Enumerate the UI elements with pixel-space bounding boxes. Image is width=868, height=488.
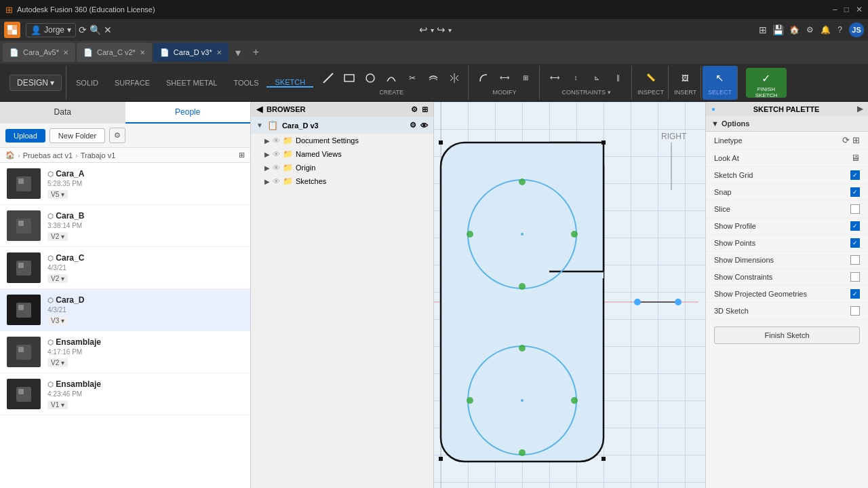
user-section[interactable]: 👤 Jorge ▾ xyxy=(26,23,76,37)
select-tool-button[interactable]: ↖ xyxy=(710,70,729,86)
show-constraints-checkbox[interactable] xyxy=(850,272,860,282)
svg-point-43 xyxy=(467,397,473,404)
show-points-checkbox[interactable]: ✓ xyxy=(850,238,860,248)
file-item-cara_c-2[interactable]: ⬡ Cara_C 4/3/21 V2 ▾ xyxy=(0,247,250,289)
sheet-metal-tab[interactable]: SHEET METAL xyxy=(158,79,225,87)
refresh-button[interactable]: ⟳ xyxy=(79,24,87,35)
look-at-icon[interactable]: 🖥 xyxy=(851,153,860,163)
browser-item-named-views[interactable]: ▶ 👁 📁 Named Views xyxy=(251,147,433,161)
undo-dropdown[interactable]: ▾ xyxy=(431,26,434,34)
data-tab[interactable]: Data xyxy=(0,102,125,124)
tab-close-cara-cv2[interactable]: ✕ xyxy=(140,49,145,56)
break-button[interactable]: ⊞ xyxy=(516,70,535,86)
vertical-constraint-button[interactable]: ↕ xyxy=(566,70,585,86)
insert-image-button[interactable]: 🖼 xyxy=(676,70,695,86)
browser-item-origin[interactable]: ▶ 👁 📁 Origin xyxy=(251,161,433,174)
show-profile-checkbox[interactable]: ✓ xyxy=(850,221,860,231)
file-item-cara_d-3[interactable]: ⬡ Cara_D 4/3/21 V3 ▾ xyxy=(0,289,250,331)
tab-close-cara-dv3[interactable]: ✕ xyxy=(216,49,222,56)
browser-options-icon[interactable]: ⚙ xyxy=(410,121,416,130)
slice-row: Slice xyxy=(706,201,868,218)
new-folder-button[interactable]: New Folder xyxy=(50,128,105,143)
browser-item-sketches[interactable]: ▶ 👁 📁 Sketches xyxy=(251,174,433,188)
line-tool-button[interactable] xyxy=(319,70,338,86)
perpendicular-button[interactable]: ⊾ xyxy=(587,70,606,86)
maximize-button[interactable]: □ xyxy=(844,5,849,14)
file-info: ⬡ Cara_B 3:38:14 PM V2 ▾ xyxy=(47,211,243,241)
show-projected-checkbox[interactable]: ✓ xyxy=(850,289,860,299)
browser-collapse-icon[interactable]: ◀ xyxy=(256,105,262,114)
file-item-ensamblaje-4[interactable]: ⬡ Ensamblaje 4:17:16 PM V2 ▾ xyxy=(0,331,250,373)
close-button[interactable]: ✕ xyxy=(856,5,863,14)
mirror-tool-button[interactable] xyxy=(445,70,464,86)
horizontal-constraint-button[interactable]: ⟷ xyxy=(545,70,564,86)
surface-tab[interactable]: SURFACE xyxy=(106,79,158,87)
file-item-cara_b-1[interactable]: ⬡ Cara_B 3:38:14 PM V2 ▾ xyxy=(0,205,250,247)
search-button[interactable]: 🔍 xyxy=(90,24,101,35)
home-icon[interactable]: 🏠 xyxy=(789,25,800,35)
palette-expand-icon[interactable]: ▶ xyxy=(857,105,863,113)
tab-cara-dv3[interactable]: 📄 Cara_D v3* ✕ xyxy=(153,43,229,62)
notifications-icon[interactable]: 🔔 xyxy=(821,25,831,35)
tools-tab[interactable]: TOOLS xyxy=(225,79,267,87)
sketch-tab[interactable]: SKETCH xyxy=(267,78,313,88)
tab-close-cara-av5[interactable]: ✕ xyxy=(63,49,68,56)
show-dimensions-checkbox[interactable] xyxy=(850,255,860,265)
breadcrumb-trabajo[interactable]: Trabajo v1 xyxy=(81,151,116,159)
3d-sketch-checkbox[interactable] xyxy=(850,306,860,316)
add-tab-button[interactable]: + xyxy=(248,46,264,58)
breadcrumb-pruebas[interactable]: Pruebas act v1 xyxy=(23,151,73,159)
close-file-button[interactable]: ✕ xyxy=(104,24,112,35)
more-tabs-button[interactable]: ▾ xyxy=(230,46,246,59)
save-icon[interactable]: 💾 xyxy=(772,24,784,35)
browser-expand-icon[interactable]: ⊞ xyxy=(422,105,428,114)
arc-tool-button[interactable] xyxy=(382,70,401,86)
canvas-area[interactable]: ◀ BROWSER ⚙ ⊞ ▼ 📋 Cara_D v3 ⚙ 👁 ▶ 👁 📁 Do… xyxy=(251,102,705,488)
people-tab[interactable]: People xyxy=(125,102,251,124)
options-section-header[interactable]: ▼ Options xyxy=(706,116,868,132)
settings-button[interactable]: ⚙ xyxy=(109,128,125,143)
upload-button[interactable]: Upload xyxy=(5,129,45,143)
inspect-label: INSPECT xyxy=(637,89,664,96)
file-info: ⬡ Cara_C 4/3/21 V2 ▾ xyxy=(47,253,243,283)
circle-tool-button[interactable] xyxy=(361,70,380,86)
undo-button[interactable]: ↩ xyxy=(419,24,428,36)
linetype-icon2[interactable]: ⊞ xyxy=(852,135,860,145)
tab-cara-av5[interactable]: 📄 Cara_Av5* ✕ xyxy=(3,43,75,62)
grid-view-icon[interactable]: ⊞ xyxy=(759,24,767,35)
browser-settings-icon[interactable]: ⚙ xyxy=(411,105,418,114)
svg-point-42 xyxy=(519,449,526,456)
rectangle-tool-button[interactable] xyxy=(340,70,359,86)
settings-icon[interactable]: ⚙ xyxy=(806,25,814,35)
snap-checkbox[interactable]: ✓ xyxy=(850,187,860,197)
measure-button[interactable]: 📏 xyxy=(642,70,660,86)
parallel-button[interactable]: ∥ xyxy=(608,70,627,86)
file-item-cara_a-0[interactable]: ⬡ Cara_A 5:28:35 PM V5 ▾ xyxy=(0,163,250,205)
minimize-button[interactable]: – xyxy=(833,5,837,14)
dimension-button[interactable]: ⟷ xyxy=(495,70,514,86)
solid-tab[interactable]: SOLID xyxy=(68,79,106,87)
palette-finish-sketch-button[interactable]: Finish Sketch xyxy=(714,326,860,344)
slice-checkbox[interactable] xyxy=(850,204,860,214)
trim-tool-button[interactable]: ✂ xyxy=(403,70,422,86)
help-icon[interactable]: ? xyxy=(837,25,842,35)
browser-item-doc-settings[interactable]: ▶ 👁 📁 Document Settings xyxy=(251,134,433,147)
tab-cara-cv2[interactable]: 📄 Cara_C v2* ✕ xyxy=(77,43,152,62)
home-breadcrumb[interactable]: 🏠 xyxy=(5,151,15,159)
insert-label: INSERT xyxy=(674,89,696,96)
redo-dropdown[interactable]: ▾ xyxy=(448,26,452,34)
offset-tool-button[interactable] xyxy=(424,70,443,86)
sketch-grid-checkbox[interactable]: ✓ xyxy=(850,170,860,180)
linetype-icon1[interactable]: ⟳ xyxy=(842,135,850,145)
svg-point-32 xyxy=(521,399,524,402)
redo-button[interactable]: ↪ xyxy=(437,24,446,36)
finish-sketch-button[interactable]: ✓ FINISH SKETCH xyxy=(746,68,787,98)
breadcrumb-refresh-icon[interactable]: ⊞ xyxy=(239,151,245,159)
browser-eye-icon[interactable]: 👁 xyxy=(420,121,428,130)
browser-root-item[interactable]: ▼ 📋 Cara_D v3 ⚙ 👁 xyxy=(251,117,433,134)
inspect-icons: 📏 xyxy=(642,70,660,86)
design-dropdown-button[interactable]: DESIGN ▾ xyxy=(9,75,62,91)
fillet-tool-button[interactable] xyxy=(474,70,493,86)
show-points-row: Show Points ✓ xyxy=(706,235,868,252)
file-item-ensamblaje-5[interactable]: ⬡ Ensamblaje 4:23:46 PM V1 ▾ xyxy=(0,373,250,415)
